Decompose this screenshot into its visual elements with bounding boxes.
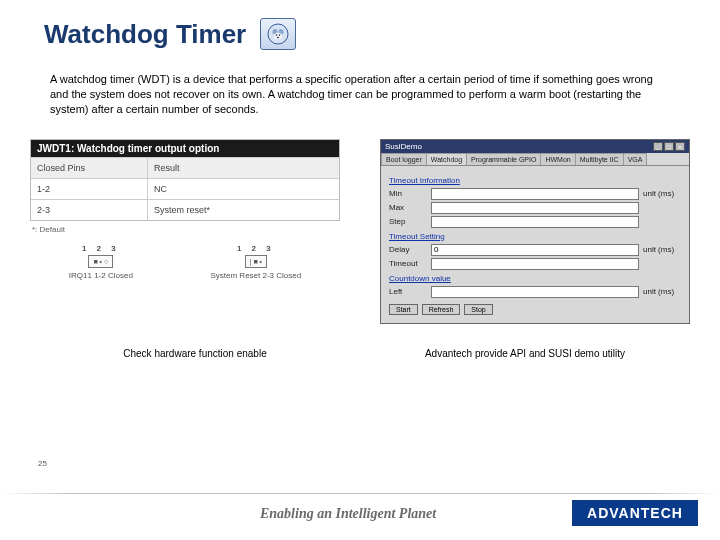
cell-result: System reset* xyxy=(148,200,339,220)
svg-point-3 xyxy=(274,33,282,39)
svg-point-5 xyxy=(279,34,281,36)
input-max[interactable] xyxy=(431,202,639,214)
app-title-text: SusiDemo xyxy=(385,142,422,151)
app-figure: SusiDemo _□× Boot logger Watchdog Progra… xyxy=(380,139,690,324)
pin-group: 1 2 3 ■ • ○ IRQ11 1-2 Closed xyxy=(69,244,133,280)
intro-text: A watchdog timer (WDT) is a device that … xyxy=(0,50,720,117)
label-left: Left xyxy=(389,287,427,296)
close-icon[interactable]: × xyxy=(675,142,685,151)
app-tabs: Boot logger Watchdog Programmable GPIO H… xyxy=(381,153,689,166)
caption-left: Check hardware function enable xyxy=(37,348,354,359)
jumper-col-result: Result xyxy=(148,158,339,178)
tab-iic[interactable]: Multibyte IIC xyxy=(575,153,624,165)
brand-text: ADVANTECH xyxy=(587,505,683,521)
watchdog-icon xyxy=(260,18,296,50)
row-timeout: Timeout xyxy=(389,258,681,270)
maximize-icon[interactable]: □ xyxy=(664,142,674,151)
tagline: Enabling an Intelligent Planet xyxy=(260,506,436,522)
tab-hwmon[interactable]: HWMon xyxy=(540,153,575,165)
unit-min: unit (ms) xyxy=(643,189,681,198)
row-step: Step xyxy=(389,216,681,228)
pin-box: ■ • ○ xyxy=(88,255,113,268)
brand-logo: ADVANTECH xyxy=(572,500,698,526)
refresh-button[interactable]: Refresh xyxy=(422,304,461,315)
jumper-col-pins: Closed Pins xyxy=(31,158,148,178)
tab-bootlogger[interactable]: Boot logger xyxy=(381,153,427,165)
captions-row: Check hardware function enable Advantech… xyxy=(0,324,720,359)
start-button[interactable]: Start xyxy=(389,304,418,315)
slide: Watchdog Timer A watchdog timer (WDT) is… xyxy=(0,0,720,540)
cell-result: NC xyxy=(148,179,339,199)
pin-box: | ■ • xyxy=(245,255,267,268)
app-window: SusiDemo _□× Boot logger Watchdog Progra… xyxy=(380,139,690,324)
row-delay: Delayunit (ms) xyxy=(389,244,681,256)
cell-pins: 2-3 xyxy=(31,200,148,220)
label-delay: Delay xyxy=(389,245,427,254)
table-row: 2-3 System reset* xyxy=(31,199,339,220)
svg-point-4 xyxy=(276,34,278,36)
input-step[interactable] xyxy=(431,216,639,228)
cell-pins: 1-2 xyxy=(31,179,148,199)
input-delay[interactable] xyxy=(431,244,639,256)
jumper-note: *: Default xyxy=(30,221,340,234)
app-body: Timeout Information Minunit (ms) Max Ste… xyxy=(381,166,689,323)
figures-row: JWDT1: Watchdog timer output option Clos… xyxy=(0,117,720,324)
jumper-table: JWDT1: Watchdog timer output option Clos… xyxy=(30,139,340,221)
footer-divider xyxy=(0,493,720,494)
caption-right: Advantech provide API and SUSI demo util… xyxy=(367,348,684,359)
stop-button[interactable]: Stop xyxy=(464,304,492,315)
pin-label: IRQ11 1-2 Closed xyxy=(69,271,133,280)
section-countdown: Countdown value xyxy=(389,274,681,283)
jumper-table-header: JWDT1: Watchdog timer output option xyxy=(31,140,339,157)
tab-gpio[interactable]: Programmable GPIO xyxy=(466,153,541,165)
unit-left: unit (ms) xyxy=(643,287,681,296)
pin-numbers: 1 2 3 xyxy=(210,244,301,253)
row-min: Minunit (ms) xyxy=(389,188,681,200)
svg-point-6 xyxy=(277,37,279,38)
input-min[interactable] xyxy=(431,188,639,200)
label-min: Min xyxy=(389,189,427,198)
pin-label: System Reset 2-3 Closed xyxy=(210,271,301,280)
page-number: 25 xyxy=(38,459,47,468)
window-controls: _□× xyxy=(652,142,685,151)
tab-vga[interactable]: VGA xyxy=(623,153,648,165)
jumper-figure: JWDT1: Watchdog timer output option Clos… xyxy=(30,139,340,280)
label-max: Max xyxy=(389,203,427,212)
input-timeout[interactable] xyxy=(431,258,639,270)
table-row: 1-2 NC xyxy=(31,178,339,199)
unit-delay: unit (ms) xyxy=(643,245,681,254)
title-row: Watchdog Timer xyxy=(0,0,720,50)
input-left[interactable] xyxy=(431,286,639,298)
section-timeout-info: Timeout Information xyxy=(389,176,681,185)
page-title: Watchdog Timer xyxy=(44,19,246,50)
row-max: Max xyxy=(389,202,681,214)
minimize-icon[interactable]: _ xyxy=(653,142,663,151)
tab-watchdog[interactable]: Watchdog xyxy=(426,153,467,165)
label-step: Step xyxy=(389,217,427,226)
section-timeout-setting: Timeout Setting xyxy=(389,232,681,241)
label-timeout: Timeout xyxy=(389,259,427,268)
jumper-pin-diagrams: 1 2 3 ■ • ○ IRQ11 1-2 Closed 1 2 3 | ■ •… xyxy=(30,244,340,280)
app-titlebar: SusiDemo _□× xyxy=(381,140,689,153)
pin-group: 1 2 3 | ■ • System Reset 2-3 Closed xyxy=(210,244,301,280)
app-button-bar: Start Refresh Stop xyxy=(389,304,681,315)
jumper-table-cols: Closed Pins Result xyxy=(31,157,339,178)
pin-numbers: 1 2 3 xyxy=(69,244,133,253)
row-left: Leftunit (ms) xyxy=(389,286,681,298)
